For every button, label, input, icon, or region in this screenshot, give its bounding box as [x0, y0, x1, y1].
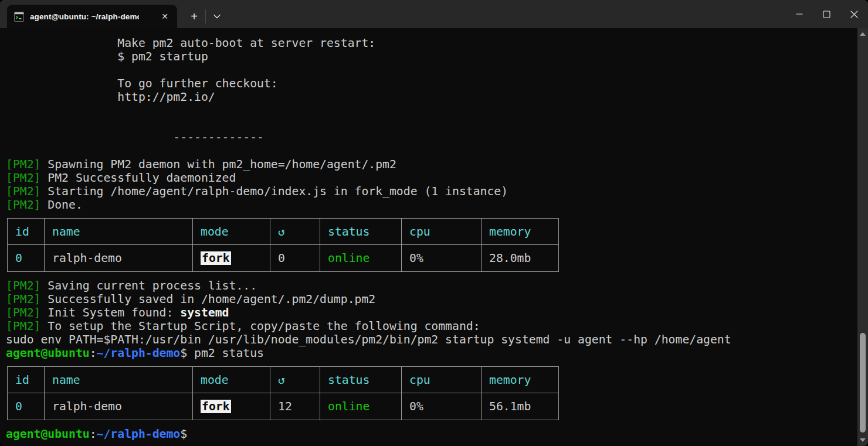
close-icon: [850, 11, 858, 18]
table-cell: 28.0mb: [482, 245, 559, 272]
col-header: memory: [482, 219, 559, 245]
table-cell: fork: [193, 393, 270, 420]
terminal-line: [PM2] Done.: [6, 198, 857, 212]
table-cell: 0%: [402, 245, 482, 272]
terminal-line: [6, 104, 857, 117]
pm2-status-table-2: idnamemode↺statuscpumemory0ralph-demofor…: [7, 366, 559, 420]
col-header: mode: [193, 367, 270, 393]
table-cell: 12: [270, 393, 320, 420]
table-cell: 0: [8, 393, 45, 420]
table-cell: 0: [8, 245, 45, 272]
titlebar: agent@ubuntu: ~/ralph-demo ✕ +: [0, 0, 868, 28]
col-header: ↺: [270, 219, 320, 245]
table-cell: fork: [193, 245, 270, 272]
table-cell: ralph-demo: [45, 245, 193, 272]
pm2-table-block: idnamemode↺statuscpumemory0ralph-demofor…: [6, 212, 857, 279]
table-cell: online: [320, 393, 402, 420]
tab-dropdown-button[interactable]: [207, 5, 227, 28]
new-tab-button[interactable]: +: [184, 5, 204, 28]
col-header: cpu: [402, 367, 482, 393]
terminal-line: [6, 117, 857, 131]
terminal-line: [PM2] Saving current process list...: [6, 279, 857, 292]
col-header: mode: [193, 219, 270, 245]
col-header: name: [45, 219, 193, 245]
col-header: memory: [482, 367, 559, 393]
table-cell: 0%: [402, 393, 482, 420]
titlebar-divider: [205, 9, 206, 23]
terminal-window: agent@ubuntu: ~/ralph-demo ✕ + Make pm2 …: [0, 0, 868, 446]
terminal-line: agent@ubuntu:~/ralph-demo$ pm2 status: [6, 346, 857, 360]
terminal-line: [PM2] Spawning PM2 daemon with pm2_home=…: [6, 158, 857, 171]
tab-active[interactable]: agent@ubuntu: ~/ralph-demo ✕: [7, 5, 177, 28]
table-cell: 0: [270, 245, 320, 272]
chevron-down-icon: [213, 14, 221, 19]
terminal-line: [PM2] Init System found: systemd: [6, 306, 857, 319]
pm2-status-table-1: idnamemode↺statuscpumemory0ralph-demofor…: [7, 218, 559, 272]
terminal-line: [PM2] Starting /home/agent/ralph-demo/in…: [6, 185, 857, 198]
col-header: id: [8, 367, 45, 393]
minimize-icon: [796, 11, 803, 18]
terminal-line: http://pm2.io/: [6, 90, 857, 104]
scroll-down-arrow-icon[interactable]: [860, 438, 866, 442]
terminal-line: -------------: [6, 131, 857, 144]
close-button[interactable]: [840, 0, 868, 28]
table-row: 0ralph-demofork12online0%56.1mb: [8, 393, 559, 420]
tab-title: agent@ubuntu: ~/ralph-demo: [30, 12, 139, 21]
maximize-icon: [823, 11, 830, 18]
terminal-line: [6, 63, 857, 77]
minimize-button[interactable]: [785, 0, 813, 28]
terminal-line: sudo env PATH=$PATH:/usr/bin /usr/lib/no…: [6, 333, 857, 346]
table-cell: ralph-demo: [45, 393, 193, 420]
window-controls: [785, 0, 868, 28]
table-row: 0ralph-demofork0online0%28.0mb: [8, 245, 559, 272]
terminal-line: agent@ubuntu:~/ralph-demo$: [6, 427, 857, 441]
terminal-icon: [14, 12, 24, 22]
col-header: id: [8, 219, 45, 245]
scrollbar[interactable]: [857, 28, 868, 446]
scroll-up-arrow-icon[interactable]: [860, 32, 866, 36]
maximize-button[interactable]: [813, 0, 840, 28]
table-cell: online: [320, 245, 402, 272]
col-header: ↺: [270, 367, 320, 393]
terminal-content: Make pm2 auto-boot at server restart: $ …: [0, 28, 857, 446]
terminal-line: To go further checkout:: [6, 77, 857, 90]
pm2-table-block: idnamemode↺statuscpumemory0ralph-demofor…: [6, 360, 857, 427]
terminal-line: Make pm2 auto-boot at server restart:: [6, 36, 857, 50]
terminal-line: [PM2] PM2 Successfully daemonized: [6, 171, 857, 185]
terminal-line: [PM2] To setup the Startup Script, copy/…: [6, 319, 857, 333]
col-header: name: [45, 367, 193, 393]
col-header: cpu: [402, 219, 482, 245]
col-header: status: [320, 219, 402, 245]
tab-close-icon[interactable]: ✕: [158, 10, 171, 23]
col-header: status: [320, 367, 402, 393]
scrollbar-thumb[interactable]: [860, 333, 866, 433]
terminal-line: $ pm2 startup: [6, 50, 857, 63]
table-cell: 56.1mb: [482, 393, 559, 420]
terminal-line: [6, 144, 857, 158]
terminal-line: [PM2] Successfully saved in /home/agent/…: [6, 292, 857, 306]
